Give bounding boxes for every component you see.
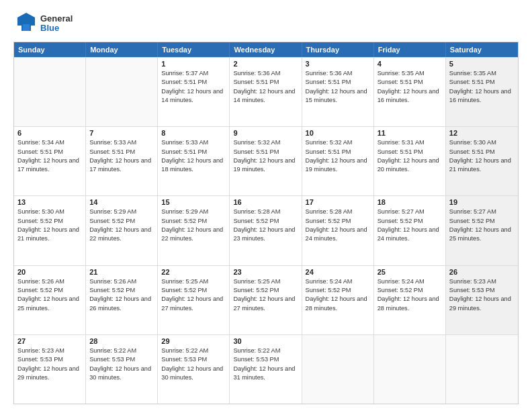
calendar-cell: 30Sunrise: 5:22 AMSunset: 5:53 PMDayligh… (230, 335, 302, 404)
logo: General Blue (13, 11, 73, 36)
calendar-cell: 24Sunrise: 5:24 AMSunset: 5:52 PMDayligh… (302, 266, 374, 334)
day-number: 18 (378, 198, 442, 206)
day-number: 21 (89, 268, 154, 276)
calendar-header: SundayMondayTuesdayWednesdayThursdayFrid… (14, 42, 518, 57)
cell-info-line: Sunrise: 5:23 AM (449, 277, 515, 286)
cell-info-line: Daylight: 12 hours and 27 minutes. (161, 295, 226, 313)
day-number: 20 (17, 268, 82, 276)
calendar-week: 13Sunrise: 5:30 AMSunset: 5:52 PMDayligh… (14, 195, 518, 265)
day-number: 15 (161, 198, 226, 206)
cell-info-line: Sunrise: 5:23 AM (17, 347, 82, 355)
cell-info-line: Sunset: 5:52 PM (89, 286, 154, 295)
calendar-cell: 2Sunrise: 5:36 AMSunset: 5:51 PMDaylight… (230, 58, 302, 126)
cell-info-line: Sunrise: 5:36 AM (233, 69, 298, 78)
calendar-cell (14, 58, 86, 126)
calendar-cell: 10Sunrise: 5:32 AMSunset: 5:51 PMDayligh… (302, 127, 374, 195)
day-number: 25 (378, 268, 442, 276)
day-number: 24 (306, 268, 370, 276)
cell-info-line: Daylight: 12 hours and 27 minutes. (233, 295, 298, 313)
cell-info-line: Sunset: 5:51 PM (306, 78, 370, 87)
calendar-week: 20Sunrise: 5:26 AMSunset: 5:52 PMDayligh… (14, 265, 518, 334)
cell-info-line: Sunrise: 5:29 AM (89, 208, 154, 216)
calendar-cell: 4Sunrise: 5:35 AMSunset: 5:51 PMDaylight… (374, 58, 446, 126)
cell-info-line: Sunset: 5:52 PM (306, 217, 370, 226)
day-number: 30 (233, 337, 298, 345)
cell-info-line: Daylight: 12 hours and 25 minutes. (449, 226, 515, 244)
cell-info-line: Sunrise: 5:28 AM (233, 208, 298, 216)
cell-info-line: Sunset: 5:51 PM (161, 148, 226, 156)
day-number: 16 (233, 198, 298, 206)
calendar-cell: 29Sunrise: 5:22 AMSunset: 5:53 PMDayligh… (158, 335, 230, 404)
cell-info-line: Daylight: 12 hours and 22 minutes. (161, 226, 226, 244)
calendar-cell: 17Sunrise: 5:28 AMSunset: 5:52 PMDayligh… (302, 196, 374, 265)
calendar-cell: 9Sunrise: 5:32 AMSunset: 5:51 PMDaylight… (230, 127, 302, 195)
cell-info-line: Sunset: 5:52 PM (161, 217, 226, 226)
day-number: 22 (161, 268, 226, 276)
cell-info-line: Sunset: 5:53 PM (161, 355, 226, 364)
cell-info-line: Daylight: 12 hours and 22 minutes. (89, 226, 154, 244)
cell-info-line: Sunset: 5:51 PM (233, 78, 298, 87)
cell-info-line: Daylight: 12 hours and 19 minutes. (306, 156, 370, 175)
cell-info-line: Sunset: 5:52 PM (449, 217, 515, 226)
cell-info-line: Sunrise: 5:32 AM (306, 138, 370, 147)
cell-info-line: Daylight: 12 hours and 16 minutes. (449, 87, 515, 105)
day-number: 4 (378, 60, 442, 68)
logo-text-line1: General (40, 14, 73, 24)
cell-info-line: Sunrise: 5:22 AM (161, 347, 226, 355)
calendar-cell: 11Sunrise: 5:31 AMSunset: 5:51 PMDayligh… (374, 127, 446, 195)
cell-info-line: Sunset: 5:53 PM (89, 355, 154, 364)
calendar-header-cell: Thursday (302, 42, 374, 57)
cell-info-line: Daylight: 12 hours and 30 minutes. (89, 365, 154, 383)
day-number: 13 (17, 198, 82, 206)
cell-info-line: Daylight: 12 hours and 21 minutes. (17, 226, 82, 244)
calendar-cell (302, 335, 374, 404)
cell-info-line: Sunset: 5:52 PM (378, 217, 442, 226)
cell-info-line: Sunset: 5:52 PM (378, 286, 442, 295)
day-number: 17 (306, 198, 370, 206)
calendar-cell: 13Sunrise: 5:30 AMSunset: 5:52 PMDayligh… (14, 196, 86, 265)
calendar-week: 27Sunrise: 5:23 AMSunset: 5:53 PMDayligh… (14, 334, 518, 404)
cell-info-line: Sunrise: 5:33 AM (89, 138, 154, 147)
calendar-cell: 26Sunrise: 5:23 AMSunset: 5:53 PMDayligh… (446, 266, 518, 334)
cell-info-line: Sunrise: 5:26 AM (17, 277, 82, 286)
cell-info-line: Daylight: 12 hours and 25 minutes. (17, 295, 82, 313)
calendar-cell: 6Sunrise: 5:34 AMSunset: 5:51 PMDaylight… (14, 127, 86, 195)
cell-info-line: Sunset: 5:52 PM (89, 217, 154, 226)
day-number: 27 (17, 337, 82, 345)
calendar-header-cell: Wednesday (230, 42, 302, 57)
day-number: 26 (449, 268, 515, 276)
calendar-cell: 7Sunrise: 5:33 AMSunset: 5:51 PMDaylight… (86, 127, 158, 195)
cell-info-line: Sunrise: 5:34 AM (17, 138, 82, 147)
calendar-cell (86, 58, 158, 126)
cell-info-line: Sunrise: 5:30 AM (449, 138, 515, 147)
cell-info-line: Sunrise: 5:31 AM (378, 138, 442, 147)
day-number: 28 (89, 337, 154, 345)
cell-info-line: Sunset: 5:53 PM (449, 286, 515, 295)
cell-info-line: Daylight: 12 hours and 24 minutes. (378, 226, 442, 244)
calendar-week: 1Sunrise: 5:37 AMSunset: 5:51 PMDaylight… (14, 57, 518, 126)
cell-info-line: Daylight: 12 hours and 28 minutes. (306, 295, 370, 313)
cell-info-line: Sunset: 5:51 PM (233, 148, 298, 156)
day-number: 23 (233, 268, 298, 276)
calendar: SundayMondayTuesdayWednesdayThursdayFrid… (13, 42, 519, 404)
day-number: 1 (161, 60, 226, 68)
cell-info-line: Daylight: 12 hours and 17 minutes. (89, 156, 154, 175)
cell-info-line: Sunset: 5:52 PM (17, 286, 82, 295)
day-number: 12 (449, 129, 515, 137)
cell-info-line: Daylight: 12 hours and 26 minutes. (89, 295, 154, 313)
calendar-cell: 23Sunrise: 5:25 AMSunset: 5:52 PMDayligh… (230, 266, 302, 334)
calendar-header-cell: Monday (86, 42, 158, 57)
cell-info-line: Sunset: 5:52 PM (161, 286, 226, 295)
calendar-cell: 14Sunrise: 5:29 AMSunset: 5:52 PMDayligh… (86, 196, 158, 265)
cell-info-line: Daylight: 12 hours and 19 minutes. (233, 156, 298, 175)
day-number: 9 (233, 129, 298, 137)
cell-info-line: Sunrise: 5:37 AM (161, 69, 226, 78)
calendar-cell: 3Sunrise: 5:36 AMSunset: 5:51 PMDaylight… (302, 58, 374, 126)
cell-info-line: Sunrise: 5:28 AM (306, 208, 370, 216)
day-number: 6 (17, 129, 82, 137)
cell-info-line: Sunset: 5:51 PM (161, 78, 226, 87)
day-number: 14 (89, 198, 154, 206)
cell-info-line: Sunrise: 5:29 AM (161, 208, 226, 216)
calendar-cell: 27Sunrise: 5:23 AMSunset: 5:53 PMDayligh… (14, 335, 86, 404)
calendar-cell: 8Sunrise: 5:33 AMSunset: 5:51 PMDaylight… (158, 127, 230, 195)
